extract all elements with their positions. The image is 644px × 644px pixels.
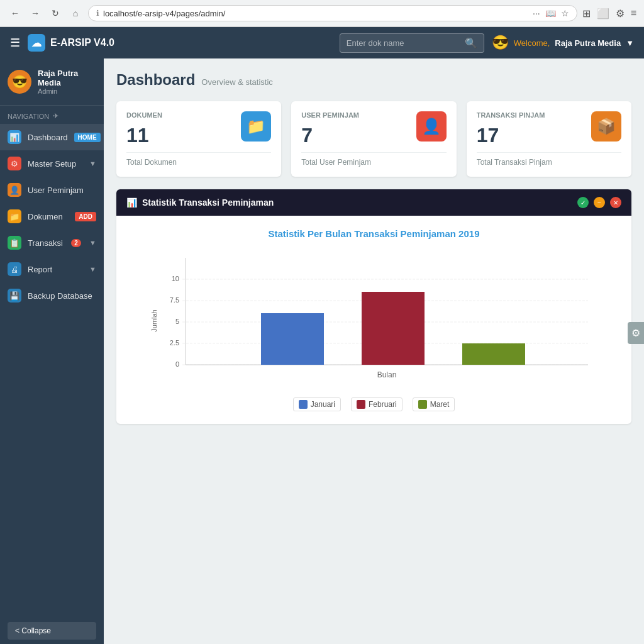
main-layout: 😎 Raja Putra Media Admin Navigation ✈ 📊 … bbox=[0, 58, 644, 644]
sidebar-item-master-setup[interactable]: ⚙ Master Setup ▼ bbox=[0, 150, 104, 177]
backup-icon: 💾 bbox=[8, 289, 21, 303]
browser-chrome: ← → ↻ ⌂ ℹ localhost/e-arsip-v4/pages/adm… bbox=[0, 0, 644, 27]
user-name: Raja Putra Media bbox=[555, 38, 621, 48]
nav-label-text: Navigation bbox=[8, 113, 49, 120]
svg-text:Jumlah: Jumlah bbox=[150, 309, 158, 331]
chart-bar-icon: 📊 bbox=[126, 197, 137, 208]
nav-section-label: Navigation ✈ bbox=[0, 106, 104, 124]
bookmark-icon[interactable]: ☆ bbox=[561, 8, 569, 18]
brand-icon: ☁ bbox=[28, 34, 45, 52]
sidebar-item-dokumen[interactable]: 📁 Dokumen ADD bbox=[0, 203, 104, 230]
stat-desc-user: Total User Peminjam bbox=[301, 152, 446, 167]
ctrl-red-button[interactable]: ✕ bbox=[610, 197, 621, 208]
content-area: Dashboard Overview & statistic DOKUMEN 1… bbox=[104, 58, 644, 644]
user-info[interactable]: 😎 Welcome, Raja Putra Media ▼ bbox=[492, 35, 634, 51]
search-input[interactable] bbox=[347, 38, 460, 48]
top-nav: ☰ ☁ E-ARSIP V4.0 🔍 😎 Welcome, Raja Putra… bbox=[0, 27, 644, 58]
page-header: Dashboard Overview & statistic bbox=[116, 71, 631, 89]
more-btn[interactable]: ··· bbox=[533, 8, 540, 18]
legend-item-januari: Januari bbox=[293, 397, 341, 411]
chart-card: 📊 Statistik Transaksi Peminjaman ✓ − ✕ S… bbox=[116, 189, 631, 424]
info-icon: ℹ bbox=[96, 9, 99, 18]
sidebar-item-backup-database[interactable]: 💾 Backup Database bbox=[0, 282, 104, 309]
chart-body: Statistik Per Bulan Transaksi Peminjaman… bbox=[116, 216, 631, 424]
stat-card-transaksi: TRANSAKSI PINJAM 17 📦 Total Transaksi Pi… bbox=[467, 101, 631, 177]
stat-card-dokumen: DOKUMEN 11 📁 Total Dokumen bbox=[116, 101, 281, 177]
browser-toolbar: ← → ↻ ⌂ ℹ localhost/e-arsip-v4/pages/adm… bbox=[0, 0, 644, 26]
profile-info: Raja Putra Media Admin bbox=[38, 69, 96, 95]
gear-float-button[interactable]: ⚙ bbox=[628, 322, 644, 344]
sidebar-item-label: Report bbox=[28, 265, 52, 274]
transaksi-icon: 📋 bbox=[8, 236, 21, 250]
url-text: localhost/e-arsip-v4/pages/admin/ bbox=[103, 9, 529, 18]
legend-label-maret: Maret bbox=[430, 400, 450, 409]
home-button[interactable]: ⌂ bbox=[68, 6, 83, 21]
chart-main-title: Statistik Per Bulan Transaksi Peminjaman… bbox=[129, 228, 619, 239]
home-badge: HOME bbox=[74, 133, 101, 142]
profile-role: Admin bbox=[38, 87, 96, 95]
top-nav-right: 🔍 😎 Welcome, Raja Putra Media ▼ bbox=[340, 33, 634, 53]
legend-label-januari: Januari bbox=[311, 400, 335, 409]
stat-icon-user: 👤 bbox=[416, 111, 447, 142]
dropdown-icon[interactable]: ▼ bbox=[626, 38, 634, 48]
sidebar: 😎 Raja Putra Media Admin Navigation ✈ 📊 … bbox=[0, 58, 104, 644]
chart-header-title: Statistik Transaksi Peminjaman bbox=[142, 197, 274, 208]
profile-avatar: 😎 bbox=[8, 70, 31, 94]
svg-text:0: 0 bbox=[175, 360, 179, 368]
address-bar[interactable]: ℹ localhost/e-arsip-v4/pages/admin/ ··· … bbox=[88, 5, 577, 21]
sidebar-item-label: Backup Database bbox=[28, 291, 92, 301]
user-profile: 😎 Raja Putra Media Admin bbox=[0, 58, 104, 106]
sidebar-item-label: Transaksi bbox=[28, 238, 63, 248]
profile-icon[interactable]: ⚙ bbox=[616, 8, 625, 19]
sidebar-item-transaksi[interactable]: 📋 Transaksi 2 ▼ bbox=[0, 230, 104, 256]
chevron-down-icon: ▼ bbox=[89, 239, 96, 247]
hamburger-button[interactable]: ☰ bbox=[10, 36, 20, 50]
brand: ☁ E-ARSIP V4.0 bbox=[28, 34, 114, 52]
ctrl-green-button[interactable]: ✓ bbox=[577, 197, 589, 208]
search-bar[interactable]: 🔍 bbox=[340, 33, 484, 53]
address-actions: ··· 📖 ☆ bbox=[533, 8, 569, 18]
chart-title-row: 📊 Statistik Transaksi Peminjaman bbox=[126, 197, 274, 208]
bar-januari bbox=[261, 313, 324, 365]
refresh-button[interactable]: ↻ bbox=[48, 6, 63, 21]
page-subtitle: Overview & statistic bbox=[201, 77, 272, 87]
nav-items: 📊 Dashboard HOME ⚙ Master Setup ▼ 👤 User… bbox=[0, 124, 104, 616]
user-avatar: 😎 bbox=[492, 35, 509, 51]
sidebar-item-report[interactable]: 🖨 Report ▼ bbox=[0, 256, 104, 282]
chevron-down-icon: ▼ bbox=[89, 265, 96, 273]
stat-icon-transaksi: 📦 bbox=[591, 111, 621, 142]
stats-row: DOKUMEN 11 📁 Total Dokumen USER PEMINJAM… bbox=[116, 101, 631, 177]
svg-text:2.5: 2.5 bbox=[169, 339, 179, 347]
bar-chart-svg: 0 2.5 5 7.5 10 bbox=[148, 252, 601, 390]
stat-card-user-peminjam: USER PEMINJAM 7 👤 Total User Peminjam bbox=[291, 101, 456, 177]
dokumen-icon: 📁 bbox=[8, 209, 21, 223]
dashboard-icon: 📊 bbox=[8, 130, 21, 144]
sidebar-item-label: User Peminjam bbox=[28, 186, 84, 195]
sidebar-item-dashboard[interactable]: 📊 Dashboard HOME bbox=[0, 124, 104, 150]
top-nav-left: ☰ ☁ E-ARSIP V4.0 bbox=[10, 34, 114, 52]
master-setup-icon: ⚙ bbox=[8, 157, 21, 170]
stat-desc-transaksi: Total Transaksi Pinjam bbox=[477, 152, 621, 167]
ctrl-yellow-button[interactable]: − bbox=[594, 197, 605, 208]
chart-legend: Januari Februari Maret bbox=[129, 397, 619, 411]
legend-swatch-maret bbox=[418, 400, 427, 409]
search-icon: 🔍 bbox=[465, 37, 477, 49]
svg-text:10: 10 bbox=[171, 275, 179, 282]
stat-desc-dokumen: Total Dokumen bbox=[126, 152, 271, 167]
legend-label-februari: Februari bbox=[369, 400, 397, 409]
forward-button[interactable]: → bbox=[28, 6, 43, 21]
svg-text:Bulan: Bulan bbox=[377, 370, 396, 379]
menu-icon[interactable]: ≡ bbox=[631, 8, 636, 19]
legend-item-februari: Februari bbox=[351, 397, 402, 411]
tab-icon[interactable]: ⬜ bbox=[597, 8, 609, 19]
page-title-row: Dashboard Overview & statistic bbox=[116, 71, 631, 89]
chart-controls: ✓ − ✕ bbox=[577, 197, 621, 208]
user-peminjam-icon: 👤 bbox=[8, 183, 21, 197]
extensions-icon[interactable]: ⊞ bbox=[582, 8, 591, 19]
back-button[interactable]: ← bbox=[8, 6, 23, 21]
collapse-button[interactable]: < Collapse bbox=[8, 622, 96, 640]
sidebar-item-user-peminjam[interactable]: 👤 User Peminjam bbox=[0, 177, 104, 203]
chevron-down-icon: ▼ bbox=[89, 160, 96, 167]
reading-list-icon[interactable]: 📖 bbox=[545, 8, 556, 18]
chart-header: 📊 Statistik Transaksi Peminjaman ✓ − ✕ bbox=[116, 189, 631, 216]
